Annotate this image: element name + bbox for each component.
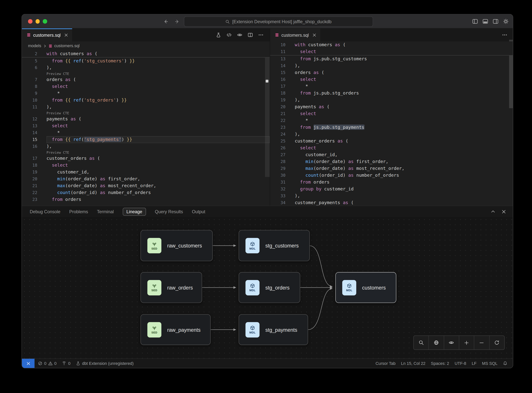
eol-button[interactable]: LF xyxy=(472,361,477,366)
split-editor-button[interactable] xyxy=(248,32,253,38)
lineage-node-stg-customers[interactable]: MDL stg_customers xyxy=(239,230,310,261)
more-actions-button[interactable] xyxy=(258,32,264,38)
cursor-position-button[interactable]: Ln 15, Col 22 xyxy=(401,361,425,366)
close-tab-button[interactable] xyxy=(312,33,316,37)
breadcrumb-folder[interactable]: models xyxy=(28,44,41,48)
code-line-33[interactable]: 33), xyxy=(270,192,513,199)
lineage-node-raw-orders[interactable]: SED raw_orders xyxy=(141,272,202,303)
code-line-11[interactable]: 11 select xyxy=(270,48,513,55)
toggle-primary-sidebar-button[interactable] xyxy=(472,19,478,24)
code-line-8[interactable]: 8 select xyxy=(22,83,270,90)
code-line-18[interactable]: 18 select xyxy=(22,162,270,169)
panel-tab-debug-console[interactable]: Debug Console xyxy=(30,209,60,214)
refresh-button[interactable] xyxy=(489,336,504,349)
code-line-22[interactable]: 22 count(order_id) as number_of_orders xyxy=(22,189,270,196)
code-line-10[interactable]: 10 from {{ ref('stg_orders') }} xyxy=(22,97,270,104)
close-tab-button[interactable] xyxy=(64,33,68,37)
tab-customers-sql-compiled[interactable]: customers.sql xyxy=(270,28,321,41)
code-line-28[interactable]: 28 min(order_date) as first_order, xyxy=(270,158,513,165)
code-line-19[interactable]: 19 customer_id, xyxy=(22,169,270,176)
toggle-panel-button[interactable] xyxy=(482,19,488,24)
toggle-visibility-button[interactable] xyxy=(444,336,459,349)
code-line-23[interactable]: 23 from orders xyxy=(22,196,270,203)
code-line-27[interactable]: 27 customer_id, xyxy=(270,151,513,158)
lineage-node-customers[interactable]: MDL customers xyxy=(335,272,396,303)
code-line-22[interactable]: 22 * xyxy=(270,117,513,124)
history-forward-button[interactable] xyxy=(173,15,182,29)
scrollbar-left[interactable] xyxy=(265,50,270,177)
code-line-18[interactable]: 18 from js.pub.stg_orders xyxy=(270,90,513,96)
codelens-preview-cte[interactable]: Preview CTE xyxy=(22,111,270,116)
toggle-secondary-sidebar-button[interactable] xyxy=(493,19,498,24)
language-mode-button[interactable]: MS SQL xyxy=(482,361,498,366)
code-line-14[interactable]: 14 * xyxy=(22,129,270,136)
panel-tab-lineage[interactable]: Lineage xyxy=(123,207,146,215)
execute-dbt-sql-button[interactable] xyxy=(216,32,221,38)
code-line-29[interactable]: 29 max(order_date) as most_recent_order, xyxy=(270,165,513,172)
code-line-32[interactable]: 32 group by customer_id xyxy=(270,186,513,192)
code-line-30[interactable]: 30 count(order_id) as number_of_orders xyxy=(270,172,513,179)
remote-indicator-button[interactable] xyxy=(22,359,35,368)
encoding-button[interactable]: UTF-8 xyxy=(455,361,466,366)
code-line-7[interactable]: 7orders as ( xyxy=(22,76,270,83)
code-line-15[interactable]: 15 from {{ ref('stg_payments') }} xyxy=(22,136,270,143)
code-line-11[interactable]: 11), xyxy=(22,104,270,111)
search-nodes-button[interactable] xyxy=(414,336,428,349)
code-editor-left[interactable]: 2with customers as ( 5 from {{ ref('stg_… xyxy=(22,50,270,203)
breadcrumb-file[interactable]: customers.sql xyxy=(54,44,80,48)
code-line-20[interactable]: 20payments as ( xyxy=(270,103,513,110)
code-line-24[interactable]: 24), xyxy=(270,131,513,138)
code-line-17[interactable]: 17customer_orders as ( xyxy=(22,155,270,162)
indentation-button[interactable]: Spaces: 2 xyxy=(431,361,449,366)
code-line-16[interactable]: 16), xyxy=(22,143,270,150)
compile-sql-button[interactable] xyxy=(226,32,232,38)
lineage-canvas[interactable]: SED raw_customers MDL stg_customers SED … xyxy=(22,217,513,359)
panel-tab-problems[interactable]: Problems xyxy=(69,209,88,214)
code-line-20[interactable]: 20 min(order_date) as first_order, xyxy=(22,176,270,182)
preview-button[interactable] xyxy=(237,32,242,38)
ports-status-button[interactable]: 0 xyxy=(62,361,70,366)
code-line-31[interactable]: 31 from orders xyxy=(270,179,513,186)
code-line-25[interactable]: 25customer_orders as ( xyxy=(270,138,513,144)
lineage-node-stg-payments[interactable]: MDL stg_payments xyxy=(239,314,308,345)
panel-tab-output[interactable]: Output xyxy=(192,209,205,214)
code-line-14[interactable]: 14), xyxy=(270,62,513,69)
code-editor-right[interactable]: 10with customers as (11 select 13 from j… xyxy=(270,41,513,206)
code-line-26[interactable]: 26 select xyxy=(270,144,513,151)
code-line-6[interactable]: 6), xyxy=(22,64,270,71)
more-actions-button[interactable] xyxy=(502,28,508,41)
cursor-tab-status-button[interactable]: Cursor Tab xyxy=(376,361,396,366)
code-line-17[interactable]: 17 * xyxy=(270,83,513,90)
code-line-15[interactable]: 15orders as ( xyxy=(270,69,513,76)
code-line-9[interactable]: 9 * xyxy=(22,90,270,97)
codelens-preview-cte[interactable]: Preview CTE xyxy=(22,150,270,155)
tab-customers-sql[interactable]: customers.sql xyxy=(22,28,72,41)
panel-maximize-button[interactable] xyxy=(491,209,495,214)
code-line-21[interactable]: 21 max(order_date) as most_recent_order, xyxy=(22,182,270,189)
minimize-window-button[interactable] xyxy=(35,19,39,23)
close-window-button[interactable] xyxy=(28,19,32,23)
code-line-16[interactable]: 16 select xyxy=(270,76,513,83)
dbt-extension-status-button[interactable]: dbt Extension (unregistered) xyxy=(76,361,134,366)
code-line-12[interactable]: 12payments as ( xyxy=(22,116,270,123)
fit-view-button[interactable] xyxy=(428,336,444,349)
lineage-node-raw-payments[interactable]: SED raw_payments xyxy=(141,314,211,345)
panel-tab-terminal[interactable]: Terminal xyxy=(97,209,114,214)
breadcrumb[interactable]: models customers.sql xyxy=(22,41,270,50)
code-line-19[interactable]: 19), xyxy=(270,96,513,103)
lineage-node-stg-orders[interactable]: MDL stg_orders xyxy=(239,272,300,303)
code-line-13[interactable]: 13 from js.pub.stg_customers xyxy=(270,55,513,62)
zoom-out-button[interactable] xyxy=(474,336,489,349)
command-center-search[interactable]: [Extension Development Host] jaffle_shop… xyxy=(184,16,373,27)
code-line-13[interactable]: 13 select xyxy=(22,123,270,129)
notifications-button[interactable] xyxy=(503,361,507,365)
code-line-21[interactable]: 21 select xyxy=(270,110,513,117)
code-line-5[interactable]: 5 from {{ ref('stg_customers') }} xyxy=(22,57,270,64)
history-back-button[interactable] xyxy=(161,15,170,29)
settings-button[interactable] xyxy=(503,19,509,24)
code-line-10[interactable]: 10with customers as ( xyxy=(270,41,513,48)
code-line-23[interactable]: 23 from js.pub.stg_payments xyxy=(270,124,513,131)
panel-tab-query-results[interactable]: Query Results xyxy=(155,209,183,214)
code-line-34[interactable]: 34customer_payments as ( xyxy=(270,199,513,206)
code-line-2[interactable]: 2with customers as ( xyxy=(22,50,270,57)
